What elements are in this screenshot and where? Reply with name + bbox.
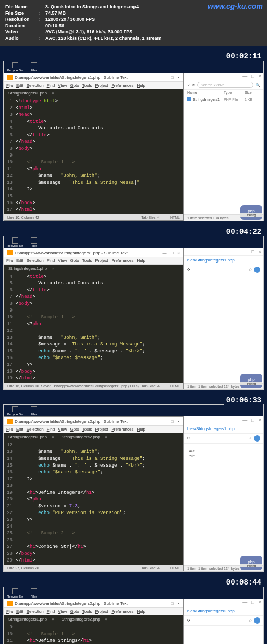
browser-tab[interactable]: bles/StringsIntegers2.php — [184, 606, 263, 616]
resolution-value: 1280x720 / 30.000 FPS — [45, 17, 262, 22]
file-size-label: File Size — [5, 10, 39, 16]
php-file-icon — [187, 97, 191, 101]
menu-item[interactable]: Find — [47, 609, 55, 614]
editor-tab[interactable]: StringsIntegers1.php — [4, 89, 56, 97]
menu-item[interactable]: Preferences — [111, 258, 134, 263]
menu-item[interactable]: Edit — [16, 427, 23, 432]
minimize-icon[interactable]: — — [242, 74, 247, 79]
menu-item[interactable]: Preferences — [111, 609, 134, 614]
menu-item[interactable]: Preferences — [111, 427, 134, 432]
files-icon[interactable]: Files — [31, 406, 38, 416]
menu-item[interactable]: View — [58, 258, 67, 263]
video-value: AVC (Main@L3.1), 816 kb/s, 30.000 FPS — [45, 29, 262, 34]
editor-tab[interactable]: StringsIntegers1.php — [4, 265, 56, 272]
browser-tab[interactable]: bles/StringsIntegers1.php — [184, 256, 263, 265]
code-editor[interactable]: 910 <!-- Sample 1 -->11 <h1>Define Strin… — [4, 623, 183, 644]
menu-item[interactable]: View — [58, 609, 67, 614]
menu-item[interactable]: View — [58, 427, 67, 432]
tab-bar: StringsIntegers1.php — [4, 89, 183, 97]
menu-item[interactable]: Help — [137, 83, 145, 88]
code-editor[interactable]: 1213 $name = "John, Smith";14 $message =… — [4, 441, 183, 565]
menu-item[interactable]: Selection — [27, 609, 44, 614]
dropdown-icon[interactable]: ∨ — [187, 83, 190, 87]
sublime-window: D:\ampps\www\variables\StringsIntegers2.… — [4, 599, 184, 644]
menu-item[interactable]: Find — [47, 258, 55, 263]
desktop-bar: Recycle Bin Files — [4, 61, 263, 73]
file-row[interactable]: StringsIntegers1PHP File1 KB — [184, 96, 263, 102]
php-training-badge: phptraining — [240, 205, 262, 220]
menu-item[interactable]: Find — [47, 83, 55, 88]
audio-value: AAC, 128 kb/s (CBR), 44.1 kHz, 2 channel… — [45, 35, 262, 41]
timestamp-4: 00:08:44 — [224, 578, 263, 587]
explorer-pane: —□× ∨⟳Search Y:drive🔍 NameTypeSize Strin… — [184, 73, 263, 221]
recycle-bin-icon[interactable]: Recycle Bin — [7, 62, 23, 72]
menu-item[interactable]: Tools — [82, 427, 92, 432]
search-input[interactable]: Search Y:drive — [197, 82, 253, 88]
search-icon[interactable]: 🔍 — [256, 83, 260, 87]
menu-item[interactable]: Tools — [82, 83, 92, 88]
close-icon[interactable]: × — [259, 74, 261, 79]
menu-item[interactable]: View — [58, 83, 67, 88]
reload-icon[interactable]: ⟳ — [187, 268, 190, 272]
refresh-icon[interactable]: ⟳ — [192, 83, 195, 87]
code-editor[interactable]: 1<!doctype html>2<html>3<head>4 <title>5… — [4, 97, 183, 214]
menu-item[interactable]: Project — [95, 258, 108, 263]
menu-item[interactable]: Goto — [70, 427, 79, 432]
menu-item[interactable]: Tools — [82, 609, 92, 614]
browser-tab[interactable]: bles/StringsIntegers1.php — [184, 424, 263, 434]
recycle-bin-icon[interactable]: Recycle Bin — [7, 237, 23, 247]
timestamp-1: 00:02:11 — [224, 52, 263, 61]
close-icon[interactable]: × — [177, 75, 180, 80]
code-editor[interactable]: 4 <title>5 Variables and Constants6 </ti… — [4, 272, 183, 383]
files-icon[interactable]: Files — [31, 588, 38, 598]
files-icon[interactable]: Files — [31, 237, 38, 247]
menu-item[interactable]: Edit — [16, 258, 23, 263]
editor-tab[interactable]: StringsIntegers2.php — [57, 433, 110, 441]
maximize-icon[interactable]: □ — [251, 74, 254, 79]
menu-item[interactable]: Selection — [27, 427, 44, 432]
browser-pane: —□× bles/StringsIntegers1.php ⟳☆ age age… — [184, 416, 263, 571]
minimize-icon[interactable]: — — [162, 75, 166, 80]
statusbar: Line 10, Column 42Tab Size: 4HTML — [4, 214, 183, 220]
menu-item[interactable]: Preferences — [111, 83, 134, 88]
titlebar[interactable]: D:\ampps\www\variables\StringsIntegers1.… — [4, 73, 183, 82]
menu-item[interactable]: Find — [47, 427, 55, 432]
menu-item[interactable]: Tools — [82, 258, 92, 263]
star-icon[interactable]: ☆ — [249, 268, 252, 272]
menu-item[interactable]: File — [6, 258, 13, 263]
menu-item[interactable]: Edit — [16, 83, 23, 88]
menu-item[interactable]: Goto — [70, 83, 79, 88]
screenshot-panel-1: 00:02:11 Recycle Bin Files D:\ampps\www\… — [3, 61, 264, 221]
avatar-icon[interactable] — [254, 267, 260, 273]
menu-item[interactable]: Goto — [70, 258, 79, 263]
resolution-label: Resolution — [5, 17, 39, 22]
menu-item[interactable]: Selection — [27, 258, 44, 263]
menu-item[interactable]: Edit — [16, 609, 23, 614]
editor-tab[interactable]: StringsIntegers1.php — [4, 433, 56, 441]
app-icon — [7, 75, 13, 80]
file-size-value: 74.57 MB — [45, 10, 262, 16]
maximize-icon[interactable]: □ — [171, 75, 173, 80]
menu-item[interactable]: File — [6, 427, 13, 432]
video-label: Video — [5, 29, 39, 34]
recycle-bin-icon[interactable]: Recycle Bin — [7, 588, 23, 598]
menu-item[interactable]: File — [6, 609, 13, 614]
screenshot-panel-2: 00:04:22 Recycle BinFiles D:\ampps\www\v… — [3, 236, 264, 390]
timestamp-2: 00:04:22 — [224, 227, 263, 236]
files-icon[interactable]: Files — [31, 62, 38, 72]
sublime-window: D:\ampps\www\variables\StringsIntegers2.… — [4, 416, 184, 571]
menu-item[interactable]: Goto — [70, 609, 79, 614]
menu-item[interactable]: Selection — [27, 83, 44, 88]
menu-item[interactable]: Project — [95, 83, 108, 88]
menu-item[interactable]: Help — [137, 258, 145, 263]
file-name-label: File Name — [5, 4, 39, 9]
menu-item[interactable]: Project — [95, 609, 108, 614]
menu-item[interactable]: Project — [95, 427, 108, 432]
menu-item[interactable]: Help — [137, 609, 145, 614]
screenshot-panel-4: 00:08:44 Recycle BinFiles D:\ampps\www\v… — [3, 587, 264, 644]
screenshot-panel-3: 00:06:33 Recycle BinFiles D:\ampps\www\v… — [3, 404, 264, 572]
menu-item[interactable]: Help — [137, 427, 145, 432]
browser-pane: —□× bles/StringsIntegers1.php ⟳☆ 1 item … — [184, 248, 263, 389]
menu-item[interactable]: File — [6, 83, 13, 88]
recycle-bin-icon[interactable]: Recycle Bin — [7, 406, 23, 416]
